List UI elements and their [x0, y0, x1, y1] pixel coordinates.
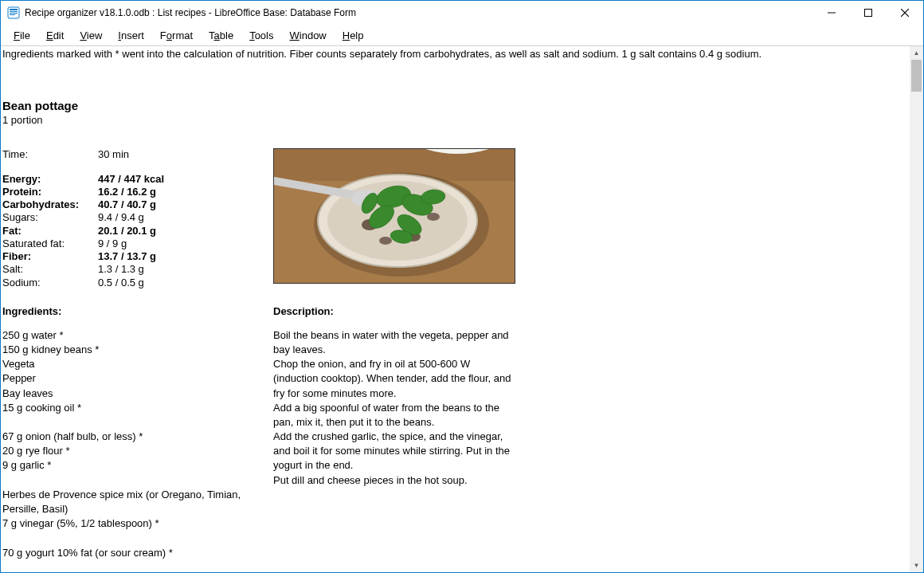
nutrition-value: 1.3 / 1.3 g: [98, 263, 144, 276]
menu-table[interactable]: Table: [201, 28, 241, 43]
nutrition-label: Fiber:: [2, 250, 98, 263]
content-wrap: Ingredients marked with * went into the …: [1, 45, 923, 572]
nutrition-value: 0.5 / 0.5 g: [98, 277, 144, 289]
nutrition-label: Sodium:: [2, 277, 98, 289]
titlebar: Recipe organizer v18.1.0.odb : List reci…: [1, 1, 923, 25]
menu-tools[interactable]: Tools: [241, 28, 281, 43]
nutrition-row: Saturated fat:9 / 9 g: [2, 237, 273, 250]
scroll-down-arrow[interactable]: ▼: [910, 559, 923, 572]
ingredients-heading: Ingredients:: [2, 305, 273, 317]
nutrition-value: 9.4 / 9.4 g: [98, 211, 144, 224]
nutrition-row: Sugars:9.4 / 9.4 g: [2, 211, 273, 224]
minimize-button[interactable]: [813, 1, 850, 25]
svg-rect-4: [10, 14, 15, 15]
app-window: Recipe organizer v18.1.0.odb : List reci…: [0, 0, 924, 573]
nutrition-label: Saturated fat:: [2, 237, 98, 250]
window-title: Recipe organizer v18.1.0.odb : List reci…: [25, 7, 813, 18]
menu-file[interactable]: File: [6, 28, 38, 43]
menu-window[interactable]: Window: [282, 28, 335, 43]
nutrition-value: 20.1 / 20.1 g: [98, 225, 156, 237]
window-controls: [813, 1, 923, 25]
nutrition-value: 16.2 / 16.2 g: [98, 186, 156, 198]
svg-rect-6: [865, 10, 872, 17]
ingredients-text: 250 g water * 150 g kidney beans * Veget…: [2, 328, 273, 560]
close-button[interactable]: [887, 1, 923, 25]
nutrition-row: Salt:1.3 / 1.3 g: [2, 263, 273, 276]
nutrition-value: 9 / 9 g: [98, 237, 127, 250]
vertical-scrollbar[interactable]: ▲ ▼: [910, 46, 923, 572]
description-text: Boil the beans in water with the vegeta,…: [273, 328, 512, 488]
nutrition-value: 447 / 447 kcal: [98, 173, 164, 186]
nutrition-row: Sodium:0.5 / 0.5 g: [2, 277, 273, 289]
scroll-thumb[interactable]: [911, 60, 922, 92]
nutrition-label: Sugars:: [2, 211, 98, 224]
nutrition-column: Time: 30 min Energy:447 / 447 kcalProtei…: [2, 148, 273, 289]
menu-help[interactable]: Help: [335, 28, 372, 43]
nutrition-row: Protein:16.2 / 16.2 g: [2, 186, 273, 198]
nutrition-label: Energy:: [2, 173, 98, 186]
svg-rect-3: [10, 13, 18, 14]
menubar: File Edit View Insert Format Table Tools…: [1, 25, 923, 45]
recipe-photo: [273, 148, 515, 284]
photo-column: [273, 148, 515, 289]
nutrition-row: Energy:447 / 447 kcal: [2, 173, 273, 186]
app-icon: [7, 6, 20, 19]
portion-text: 1 portion: [1, 114, 910, 126]
nutrition-value: 40.7 / 40.7 g: [98, 198, 156, 211]
nutrition-row: Fat:20.1 / 20.1 g: [2, 225, 273, 237]
svg-rect-2: [10, 11, 18, 12]
description-heading: Description:: [273, 305, 512, 317]
svg-rect-1: [10, 9, 18, 10]
maximize-button[interactable]: [850, 1, 887, 25]
nutrition-label: Salt:: [2, 263, 98, 276]
svg-point-17: [379, 237, 392, 245]
nutrition-value: 13.7 / 13.7 g: [98, 250, 156, 263]
note-text: Ingredients marked with * went into the …: [1, 46, 910, 61]
form-content: Ingredients marked with * went into the …: [1, 46, 910, 572]
menu-edit[interactable]: Edit: [38, 28, 72, 43]
nutrition-row: Carbohydrates:40.7 / 40.7 g: [2, 198, 273, 211]
scroll-track[interactable]: [910, 60, 923, 559]
menu-format[interactable]: Format: [152, 28, 201, 43]
nutrition-label: Protein:: [2, 186, 98, 198]
nutrition-label: Fat:: [2, 225, 98, 237]
nutrition-label: Carbohydrates:: [2, 198, 98, 211]
recipe-title: Bean pottage: [1, 99, 910, 112]
menu-view[interactable]: View: [72, 28, 110, 43]
scroll-up-arrow[interactable]: ▲: [910, 46, 923, 60]
menu-insert[interactable]: Insert: [110, 28, 152, 43]
nutrition-row: Fiber:13.7 / 13.7 g: [2, 250, 273, 263]
time-value: 30 min: [98, 148, 129, 161]
time-label: Time:: [2, 148, 98, 161]
